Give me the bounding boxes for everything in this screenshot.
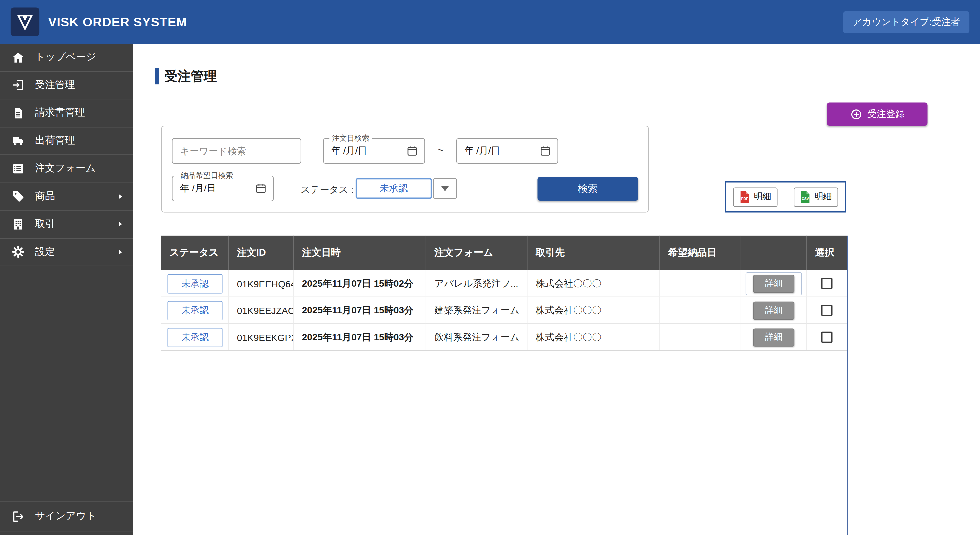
header-order-datetime: 注文日時 [294, 236, 426, 270]
order-datetime-cell: 2025年11月07日 15時03分 [294, 297, 426, 324]
search-button[interactable]: 検索 [538, 177, 638, 201]
order-id-cell: 01K9EEKGPX [229, 324, 294, 350]
order-datetime-cell: 2025年11月07日 15時02分 [294, 270, 426, 297]
truck-icon [11, 134, 25, 148]
svg-text:CSV: CSV [802, 196, 809, 200]
detail-cell-focus-ring: 詳細 [746, 272, 802, 295]
app-title: VISK ORDER SYSTEM [48, 15, 187, 29]
sidebar-item-label: 設定 [35, 246, 55, 259]
pdf-export-button[interactable]: PDF 明細 [733, 187, 777, 207]
sidebar-item-label: 取引 [35, 218, 55, 231]
sidebar-item-order-form[interactable]: 注文フォーム [0, 155, 133, 183]
date-placeholder: 年 /月/日 [331, 145, 368, 157]
top-bar: VISK ORDER SYSTEM アカウントタイプ:受注者 [0, 0, 980, 44]
detail-button[interactable]: 詳細 [753, 301, 794, 319]
csv-export-button[interactable]: CSV 明細 [794, 187, 838, 207]
sidebar-item-label: 注文フォーム [35, 162, 95, 175]
table-row: 未承認 01K9EEJZAC 2025年11月07日 15時03分 建築系発注フ… [161, 297, 847, 324]
header-detail [741, 236, 807, 270]
gear-icon [11, 245, 25, 259]
account-type-badge: アカウントタイプ:受注者 [843, 11, 969, 33]
chevron-down-icon [441, 186, 449, 191]
chevron-right-icon [116, 192, 124, 200]
home-icon [11, 50, 25, 64]
header-status: ステータス [161, 236, 229, 270]
invoice-icon [11, 106, 25, 120]
table-row: 未承認 01K9EEHQ64 2025年11月07日 15時02分 アパレル系発… [161, 270, 847, 297]
svg-text:PDF: PDF [741, 196, 748, 200]
order-form-cell: アパレル系発注フ... [426, 270, 528, 297]
sidebar-item-shipping-management[interactable]: 出荷管理 [0, 128, 133, 155]
status-label: ステータス : [301, 184, 354, 196]
partner-cell: 株式会社〇〇〇 [528, 297, 660, 324]
sidebar-item-transactions[interactable]: 取引 [0, 211, 133, 238]
calendar-icon[interactable] [539, 145, 551, 157]
sidebar-item-top-page[interactable]: トップページ [0, 44, 133, 71]
order-id-cell: 01K9EEJZAC [229, 297, 294, 324]
sidebar-item-label: 商品 [35, 190, 55, 203]
status-select[interactable]: 未承認 [356, 178, 432, 199]
status-dropdown-button[interactable] [433, 178, 457, 199]
row-select-checkbox[interactable] [821, 332, 833, 343]
status-select-value: 未承認 [380, 183, 408, 195]
main-content: 受注管理 受注登録 注文日検索 年 /月/日 ~ 年 /月/日 [133, 44, 980, 535]
header-delivery-date: 希望納品日 [660, 236, 741, 270]
page-title: 受注管理 [155, 68, 217, 85]
keyword-search-input[interactable] [172, 138, 301, 164]
chevron-right-icon [116, 248, 124, 256]
row-select-checkbox[interactable] [821, 305, 833, 316]
order-form-cell: 飲料系発注フォーム [426, 324, 528, 350]
csv-file-icon: CSV [800, 190, 811, 203]
detail-cell: 詳細 [741, 324, 807, 350]
export-panel: PDF 明細 CSV 明細 [725, 182, 846, 213]
header-select: 選択 [807, 236, 847, 270]
status-cell: 未承認 [161, 297, 229, 324]
title-accent-bar [155, 68, 159, 85]
orders-table: ステータス 注文ID 注文日時 注文フォーム 取引先 希望納品日 選択 未承認 … [161, 236, 847, 351]
row-select-checkbox[interactable] [821, 278, 833, 289]
sidebar-item-label: トップページ [35, 51, 96, 64]
date-range-separator: ~ [431, 144, 450, 157]
csv-export-label: 明細 [815, 192, 832, 203]
sidebar-item-label: 出荷管理 [35, 134, 75, 147]
chevron-right-icon [116, 220, 124, 228]
sidebar-item-settings[interactable]: 設定 [0, 238, 133, 266]
delivery-date-cell [660, 297, 741, 324]
calendar-icon[interactable] [406, 145, 418, 157]
status-chip: 未承認 [168, 273, 223, 293]
order-date-to-field[interactable]: 年 /月/日 [457, 138, 558, 164]
status-chip: 未承認 [168, 300, 223, 320]
table-row: 未承認 01K9EEKGPX 2025年11月07日 15時03分 飲料系発注フ… [161, 324, 847, 351]
header-order-id: 注文ID [229, 236, 294, 270]
building-icon [11, 217, 25, 231]
detail-button[interactable]: 詳細 [753, 328, 794, 346]
header-partner: 取引先 [528, 236, 660, 270]
detail-cell: 詳細 [741, 297, 807, 324]
sign-out-label: サインアウト [35, 509, 96, 523]
calendar-icon[interactable] [255, 183, 267, 195]
delivery-date-field[interactable]: 納品希望日検索 年 /月/日 [172, 176, 274, 201]
sidebar-item-order-management[interactable]: 受注管理 [0, 72, 133, 99]
select-cell [807, 297, 847, 324]
pdf-file-icon: PDF [739, 190, 750, 203]
sidebar-item-invoice-management[interactable]: 請求書管理 [0, 99, 133, 127]
visk-logo-icon [16, 13, 34, 31]
header-order-form: 注文フォーム [426, 236, 528, 270]
sidebar-item-label: 受注管理 [35, 79, 75, 92]
delivery-date-cell [660, 324, 741, 350]
delivery-date-search-label: 納品希望日検索 [178, 171, 235, 182]
delivery-date-cell [660, 270, 741, 297]
table-right-divider [847, 236, 848, 535]
partner-cell: 株式会社〇〇〇 [528, 324, 660, 350]
order-register-button[interactable]: 受注登録 [827, 103, 928, 126]
detail-button[interactable]: 詳細 [753, 274, 794, 292]
sign-out-icon [11, 509, 25, 523]
status-cell: 未承認 [161, 270, 229, 297]
partner-cell: 株式会社〇〇〇 [528, 270, 660, 297]
sidebar-item-products[interactable]: 商品 [0, 183, 133, 211]
select-cell [807, 270, 847, 297]
order-in-icon [11, 78, 25, 92]
order-date-from-field[interactable]: 注文日検索 年 /月/日 [323, 138, 425, 164]
sign-out-button[interactable]: サインアウト [0, 501, 133, 532]
date-placeholder: 年 /月/日 [465, 145, 500, 157]
